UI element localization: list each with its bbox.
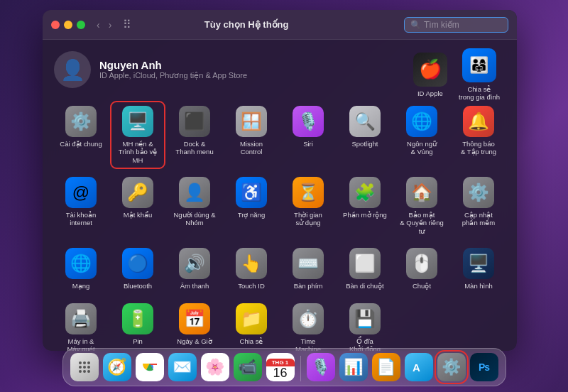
dock-item-facetime[interactable]: 📹 [234, 353, 262, 381]
user-name: Nguyen Anh [99, 59, 247, 71]
svg-point-1 [79, 361, 82, 364]
dock-item-calendar[interactable]: THG 1 16 [266, 353, 295, 381]
dock-icon-mail: ✉️ [168, 353, 197, 381]
grid-icon-img-startup-disk: 💾 [349, 303, 381, 334]
grid-icon-img-display: 🖥️ [463, 248, 494, 279]
grid-icon-label-spotlight: Spotlight [352, 140, 378, 148]
grid-item-startup-disk[interactable]: 💾Ổ đĩaKhởi động [338, 299, 392, 351]
grid-icon-label-bluetooth: Bluetooth [124, 282, 152, 290]
grid-item-mission-control[interactable]: 🪟MissionControl [224, 102, 278, 168]
dock-item-chrome[interactable] [136, 353, 164, 381]
grid-item-network[interactable]: 🌐Mạng [54, 244, 108, 294]
grid-icon-label-date-time: Ngày & Giờ [177, 337, 212, 345]
grid-item-accessibility[interactable]: ♿Trợ năng [224, 173, 278, 239]
apple-id-icon[interactable]: 🍎 ID Apple [413, 53, 447, 97]
grid-icon-img-software-update: ⚙️ [463, 177, 494, 208]
grid-item-software-update[interactable]: ⚙️Cập nhậtphần mềm [452, 173, 506, 239]
minimize-button[interactable] [64, 21, 72, 29]
grid-item-bluetooth[interactable]: 🔵Bluetooth [111, 244, 165, 294]
grid-icon-img-date-time: 📅 [179, 303, 210, 334]
grid-icon-label-touch-id: Touch ID [238, 282, 265, 290]
dock-icon-system-prefs: ⚙️ [437, 353, 466, 381]
svg-point-8 [83, 370, 86, 373]
grid-item-touch-id[interactable]: 👆Touch ID [224, 244, 278, 294]
grid-item-mouse[interactable]: 🖱️Chuột [395, 244, 449, 294]
grid-item-display[interactable]: 🖥️Màn hình [452, 244, 506, 294]
svg-point-9 [87, 370, 90, 373]
grid-icon-img-dock-menu: ⬛ [179, 106, 210, 137]
maximize-button[interactable] [77, 21, 85, 29]
grid-item-passwords[interactable]: 🔑Mật khẩu [111, 173, 165, 239]
dock-icon-podcasts: 🎙️ [307, 353, 335, 381]
dock-icon-pages: 📄 [372, 353, 400, 381]
grid-item-extensions[interactable]: 🧩Phần mở rộng [338, 173, 392, 239]
dock-item-keynote[interactable]: 📊 [339, 353, 368, 381]
grid-icon-label-sound: Âm thanh [180, 282, 209, 290]
profile-row: 👤 Nguyen Anh ID Apple, iCloud, Phương ti… [54, 48, 506, 102]
dock-item-mail[interactable]: ✉️ [168, 353, 197, 381]
dock-item-appstore[interactable]: A [405, 353, 433, 381]
grid-item-sound[interactable]: 🔊Âm thanh [168, 244, 222, 294]
close-button[interactable] [51, 21, 60, 29]
icons-grid: ⚙️Cài đặt chung🖥️MH nền &Trình bảo vệ MH… [54, 102, 506, 351]
desktop: ‹ › ⠿ Tùy chọn Hệ thống 🔍 👤 Nguyen Anh [0, 0, 568, 392]
dock-item-podcasts[interactable]: 🎙️ [307, 353, 335, 381]
grid-item-date-time[interactable]: 📅Ngày & Giờ [168, 299, 222, 351]
grid-icon-label-display: Màn hình [464, 282, 493, 290]
dock-item-launchpad[interactable] [70, 353, 99, 381]
apple-id-label: ID Apple [417, 89, 443, 97]
grid-item-notifications[interactable]: 🔔Thông báo& Tập trung [452, 102, 506, 168]
grid-item-sharing[interactable]: 📁Chia sẻ [224, 299, 278, 351]
system-preferences-window: ‹ › ⠿ Tùy chọn Hệ thống 🔍 👤 Nguyen Anh [43, 10, 517, 351]
grid-item-language-region[interactable]: 🌐Ngôn ngữ& Vùng [395, 102, 449, 168]
grid-icon-img-trackpad: ⬜ [349, 248, 381, 279]
grid-icon-label-passwords: Mật khẩu [124, 211, 153, 219]
grid-item-spotlight[interactable]: 🔍Spotlight [338, 102, 392, 168]
search-input[interactable] [424, 20, 502, 30]
grid-icon-img-time-machine: ⏱️ [293, 303, 324, 334]
grid-icon-img-mission-control: 🪟 [236, 106, 267, 137]
grid-item-security-privacy[interactable]: 🏠Bảo mật& Quyền riêng tư [395, 173, 449, 239]
traffic-lights [51, 21, 85, 29]
grid-item-internet-accounts[interactable]: @Tài khoảninternet [54, 173, 108, 239]
dock-item-pages[interactable]: 📄 [372, 353, 400, 381]
dock-item-photoshop[interactable]: Ps [470, 353, 498, 381]
user-info: Nguyen Anh ID Apple, iCloud, Phương tiện… [99, 59, 247, 80]
grid-item-general[interactable]: ⚙️Cài đặt chung [54, 102, 108, 168]
grid-icon-img-network: 🌐 [65, 248, 97, 279]
grid-icon-img-desktop-screen: 🖥️ [122, 106, 153, 137]
grid-item-battery[interactable]: 🔋Pin [111, 299, 165, 351]
grid-item-desktop-screen[interactable]: 🖥️MH nền &Trình bảo vệ MH [111, 102, 165, 168]
grid-item-keyboard[interactable]: ⌨️Bàn phím [281, 244, 335, 294]
grid-icon-img-battery: 🔋 [122, 303, 153, 334]
grid-item-printer-scanner[interactable]: 🖨️Máy in &Máy quét [54, 299, 108, 351]
dock-item-safari[interactable]: 🧭 [103, 353, 131, 381]
dock-icon-safari: 🧭 [103, 353, 131, 381]
grid-item-siri[interactable]: 🎙️Siri [281, 102, 335, 168]
grid-item-screen-time[interactable]: ⏳Thời giansử dụng [281, 173, 335, 239]
grid-icon-img-sharing: 📁 [236, 303, 267, 334]
grid-icon-label-accessibility: Trợ năng [238, 211, 265, 219]
grid-icon-label-battery: Pin [133, 337, 143, 345]
search-bar[interactable]: 🔍 [404, 17, 508, 33]
avatar-icon: 👤 [60, 58, 85, 82]
grid-item-users-groups[interactable]: 👤Người dùng &Nhóm [168, 173, 222, 239]
grid-icon-label-notifications: Thông báo& Tập trung [461, 140, 496, 156]
grid-icon-label-extensions: Phần mở rộng [343, 211, 387, 219]
dock-icon-facetime: 📹 [234, 353, 262, 381]
dock-icon-photoshop: Ps [470, 353, 498, 381]
grid-icon-label-trackpad: Bàn di chuột [346, 282, 384, 290]
grid-item-trackpad[interactable]: ⬜Bàn di chuột [338, 244, 392, 294]
grid-icon-img-passwords: 🔑 [122, 177, 153, 208]
user-profile[interactable]: 👤 Nguyen Anh ID Apple, iCloud, Phương ti… [54, 51, 247, 88]
grid-item-time-machine[interactable]: ⏱️TimeMachine [281, 299, 335, 351]
dock-item-photos[interactable]: 🌸 [201, 353, 229, 381]
user-subtitle: ID Apple, iCloud, Phương tiện & App Stor… [99, 71, 247, 80]
family-sharing-icon[interactable]: 👨‍👩‍👧 Chia sẻtrong gia đình [459, 48, 500, 102]
svg-point-5 [83, 366, 86, 369]
dock-item-system-prefs[interactable]: ⚙️ [437, 353, 466, 381]
apple-id-img: 🍎 [413, 53, 447, 87]
grid-item-dock-menu[interactable]: ⬛Dock &Thanh menu [168, 102, 222, 168]
dock-icon-calendar: THG 1 16 [266, 353, 295, 381]
dock-icon-launchpad [70, 353, 99, 381]
